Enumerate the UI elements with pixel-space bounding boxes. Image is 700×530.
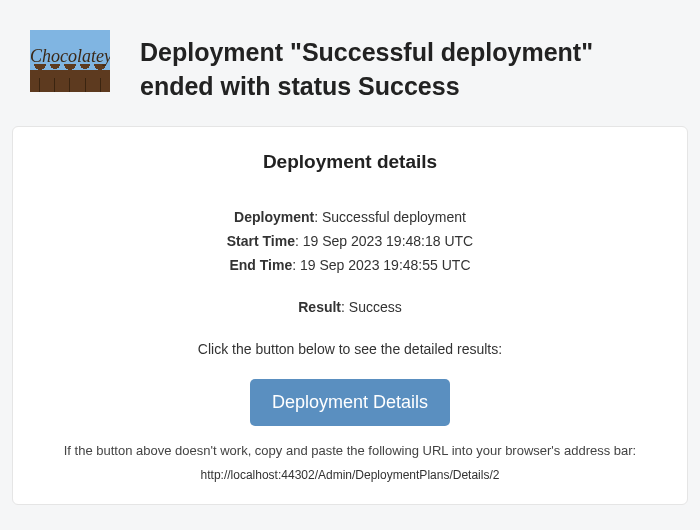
deployment-value: Successful deployment [322, 209, 466, 225]
start-time-row: Start Time: 19 Sep 2023 19:48:18 UTC [33, 233, 667, 249]
logo-text: Chocolatey [30, 46, 110, 67]
card-heading: Deployment details [33, 151, 667, 173]
cta-instruction: Click the button below to see the detail… [33, 341, 667, 357]
end-time-row: End Time: 19 Sep 2023 19:48:55 UTC [33, 257, 667, 273]
result-row: Result: Success [33, 299, 667, 315]
fallback-url: http://localhost:44302/Admin/DeploymentP… [33, 468, 667, 482]
end-time-value: 19 Sep 2023 19:48:55 UTC [300, 257, 470, 273]
page-title: Deployment "Successful deployment" ended… [140, 30, 670, 104]
header: Chocolatey Deployment "Successful deploy… [0, 0, 700, 124]
chocolatey-logo: Chocolatey [30, 30, 110, 92]
fallback-instruction: If the button above doesn't work, copy a… [33, 440, 667, 462]
result-label: Result [298, 299, 341, 315]
details-card: Deployment details Deployment: Successfu… [12, 126, 688, 505]
deployment-label: Deployment [234, 209, 314, 225]
result-value: Success [349, 299, 402, 315]
deployment-row: Deployment: Successful deployment [33, 209, 667, 225]
start-time-label: Start Time [227, 233, 295, 249]
end-time-label: End Time [229, 257, 292, 273]
start-time-value: 19 Sep 2023 19:48:18 UTC [303, 233, 473, 249]
deployment-details-button[interactable]: Deployment Details [250, 379, 450, 426]
